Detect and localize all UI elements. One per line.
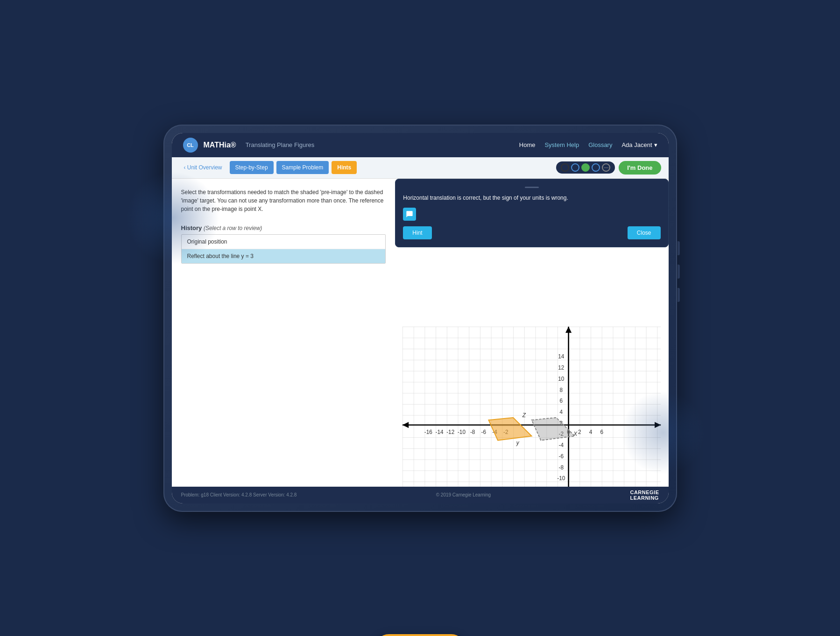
error-dialog: Horizontal translation is correct, but t… xyxy=(395,179,668,247)
sample-problem-button[interactable]: Sample Problem xyxy=(276,161,329,174)
toolbar: ‹ Unit Overview Step-by-Step Sample Prob… xyxy=(172,157,669,179)
progress-circles xyxy=(556,161,615,174)
close-dialog-button[interactable]: Close xyxy=(628,226,661,239)
svg-text:10: 10 xyxy=(558,375,565,382)
top-navigation: CL MATHia® Translating Plane Figures Hom… xyxy=(172,133,669,157)
main-content: Select the transformations needed to mat… xyxy=(172,179,669,487)
svg-text:4: 4 xyxy=(560,409,563,415)
chevron-down-icon: ▾ xyxy=(654,141,657,148)
instructions-text: Select the transformations needed to mat… xyxy=(181,188,386,213)
dialog-buttons: Hint Close xyxy=(403,226,660,239)
history-row-original[interactable]: Original position xyxy=(182,235,386,249)
svg-text:-16: -16 xyxy=(424,429,433,435)
svg-text:8: 8 xyxy=(560,386,563,393)
progress-circle-4 xyxy=(592,163,600,172)
svg-text:-10: -10 xyxy=(558,475,566,482)
svg-text:-14: -14 xyxy=(436,429,444,435)
svg-text:4: 4 xyxy=(589,429,593,435)
progress-circle-2 xyxy=(571,163,579,172)
svg-text:-4: -4 xyxy=(559,442,564,448)
version-info: Problem: g18 Client Version: 4.2.8 Serve… xyxy=(181,492,297,497)
hints-button[interactable]: Hints xyxy=(332,161,357,174)
coordinate-graph: -16 -14 -12 -10 -8 -6 -4 -2 0 2 4 6 14 xyxy=(402,326,661,487)
right-panel: ↔ Reflection ↻ Rotation + Dilation ↔ xyxy=(395,179,668,487)
svg-text:-6: -6 xyxy=(481,429,487,435)
svg-text:12: 12 xyxy=(558,364,565,371)
home-link[interactable]: Home xyxy=(519,141,536,148)
nav-right: Home System Help Glossary Ada Jacent ▾ xyxy=(519,141,657,148)
svg-rect-1 xyxy=(402,326,661,486)
bottom-bar: Problem: g18 Client Version: 4.2.8 Serve… xyxy=(172,487,669,503)
toolbar-left: ‹ Unit Overview Step-by-Step Sample Prob… xyxy=(179,161,357,174)
svg-text:6: 6 xyxy=(560,398,563,404)
history-section: History (Select a row to review) Origina… xyxy=(181,224,386,264)
graph-area: -16 -14 -12 -10 -8 -6 -4 -2 0 2 4 6 14 xyxy=(402,326,661,487)
svg-text:-8: -8 xyxy=(559,464,564,470)
svg-text:14: 14 xyxy=(558,353,565,360)
svg-text:6: 6 xyxy=(600,429,604,435)
svg-text:y: y xyxy=(516,439,520,446)
svg-marker-4 xyxy=(655,422,661,428)
glossary-link[interactable]: Glossary xyxy=(588,141,612,148)
carnegie-learning-logo: CARNEGIELEARNING xyxy=(630,489,659,501)
dialog-message: Horizontal translation is correct, but t… xyxy=(403,194,660,202)
svg-text:X: X xyxy=(573,431,578,437)
progress-circle-5 xyxy=(602,163,610,172)
left-panel: Select the transformations needed to mat… xyxy=(172,179,395,487)
progress-circle-1 xyxy=(561,163,569,172)
toolbar-right: I'm Done xyxy=(556,161,661,175)
aiden-badge: Aiden xyxy=(374,634,466,636)
nav-left: CL MATHia® Translating Plane Figures xyxy=(183,138,315,153)
unit-overview-button[interactable]: ‹ Unit Overview xyxy=(179,161,227,174)
done-button[interactable]: I'm Done xyxy=(619,161,661,175)
lesson-title: Translating Plane Figures xyxy=(246,141,315,148)
history-table: Original position Reflect about the line… xyxy=(181,234,386,264)
cl-logo: CL xyxy=(183,138,198,153)
step-by-step-button[interactable]: Step-by-Step xyxy=(230,161,274,174)
history-row-reflect[interactable]: Reflect about the line y = 3 xyxy=(182,249,386,263)
copyright-text: © 2019 Carnegie Learning xyxy=(436,492,491,497)
svg-text:-8: -8 xyxy=(470,429,475,435)
svg-text:Z: Z xyxy=(522,412,526,418)
history-title: History (Select a row to review) xyxy=(181,224,386,231)
user-menu[interactable]: Ada Jacent ▾ xyxy=(621,141,657,148)
progress-circle-3 xyxy=(581,163,590,172)
chat-icon xyxy=(403,208,416,221)
svg-text:-10: -10 xyxy=(458,429,466,435)
hint-dialog-button[interactable]: Hint xyxy=(403,226,431,239)
dialog-drag-handle xyxy=(525,187,539,188)
system-help-link[interactable]: System Help xyxy=(544,141,579,148)
app-name: MATHia® xyxy=(204,141,236,149)
svg-text:-6: -6 xyxy=(559,453,564,459)
svg-text:-12: -12 xyxy=(446,429,454,435)
svg-text:2: 2 xyxy=(578,429,581,435)
